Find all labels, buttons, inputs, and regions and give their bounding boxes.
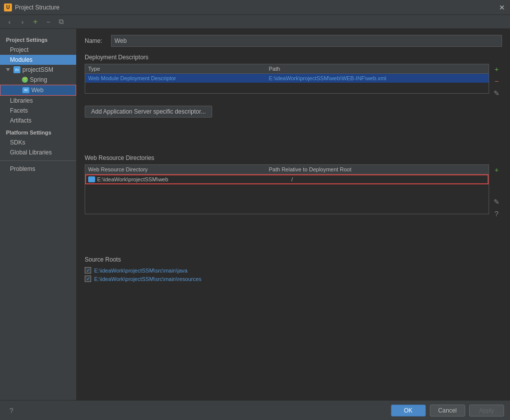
sidebar-item-modules[interactable]: Modules <box>0 55 76 65</box>
add-descriptor-btn[interactable]: + <box>491 64 502 75</box>
sidebar-item-problems[interactable]: Problems <box>0 164 76 174</box>
main-layout: Project Settings Project Modules m proje… <box>0 29 510 400</box>
platform-settings-label: Platform Settings <box>0 128 76 138</box>
ok-button[interactable]: OK <box>391 405 426 417</box>
name-input[interactable] <box>111 35 502 47</box>
dialog-buttons: OK Cancel Apply <box>391 405 504 417</box>
source-root-item-0: E:\ideaWork\projectSSM\src\main\java <box>85 266 502 275</box>
deployment-table-header: Type Path <box>85 64 489 74</box>
facets-label: Facets <box>10 107 28 114</box>
name-label: Name: <box>85 37 107 44</box>
module-icon: m <box>13 66 20 73</box>
add-button[interactable]: + <box>30 16 41 27</box>
global-libraries-label: Global Libraries <box>10 149 52 156</box>
path-relative-cell: / <box>291 176 486 182</box>
web-resource-actions: + ✎ ? <box>491 164 502 219</box>
add-web-resource-btn[interactable]: + <box>491 164 502 175</box>
web-dir-cell: E:\ideaWork\projectSSM\web <box>97 176 291 182</box>
deployment-descriptors-title: Deployment Descriptors <box>85 54 502 61</box>
back-button[interactable]: ‹ <box>4 16 15 27</box>
help-web-resource-btn[interactable]: ? <box>491 208 502 219</box>
sidebar-item-global-libraries[interactable]: Global Libraries <box>0 147 76 157</box>
cancel-button[interactable]: Cancel <box>430 405 465 417</box>
web-resource-directories-title: Web Resource Directories <box>85 154 502 161</box>
remove-button[interactable]: − <box>43 16 54 27</box>
apply-button[interactable]: Apply <box>469 405 504 417</box>
path-relative-header: Path Relative to Deployment Root <box>269 166 486 172</box>
web-dir-header: Web Resource Directory <box>88 166 269 172</box>
web-resource-section: Web Resource Directory Path Relative to … <box>85 164 502 219</box>
close-button[interactable]: ✕ <box>498 3 506 11</box>
sdks-label: SDKs <box>10 139 25 146</box>
app-icon: U <box>4 3 12 11</box>
window-controls: ✕ <box>498 3 506 11</box>
tree-child-web[interactable]: W Web <box>0 85 76 96</box>
sidebar-item-libraries[interactable]: Libraries <box>0 96 76 106</box>
project-label: Project <box>10 46 28 53</box>
source-root-checkbox-1[interactable] <box>85 276 91 282</box>
deployment-descriptors-section: Type Path Web Module Deployment Descript… <box>85 64 502 99</box>
title-bar-left: U Project Structure <box>4 3 59 11</box>
sidebar-item-facets[interactable]: Facets <box>0 106 76 116</box>
edit-descriptor-btn[interactable]: ✎ <box>491 88 502 99</box>
tree-root-label: projectSSM <box>22 66 53 73</box>
artifacts-label: Artifacts <box>10 117 31 124</box>
source-root-path-0: E:\ideaWork\projectSSM\src\main\java <box>94 268 187 274</box>
sidebar-item-sdks[interactable]: SDKs <box>0 138 76 147</box>
project-settings-label: Project Settings <box>0 35 76 45</box>
remove-descriptor-btn[interactable]: − <box>491 76 502 87</box>
deployment-table: Type Path Web Module Deployment Descript… <box>85 64 489 94</box>
path-header: Path <box>269 66 486 72</box>
window-title: Project Structure <box>15 4 59 11</box>
libraries-label: Libraries <box>10 97 33 104</box>
help-button[interactable]: ? <box>6 405 17 416</box>
resource-folder-icon <box>88 176 95 182</box>
forward-button[interactable]: › <box>17 16 28 27</box>
spring-icon: 🌱 <box>22 77 28 83</box>
add-app-server-descriptor-btn[interactable]: Add Application Server specific descript… <box>85 106 212 118</box>
sidebar-item-project[interactable]: Project <box>0 45 76 55</box>
sidebar: Project Settings Project Modules m proje… <box>0 29 77 400</box>
web-resource-table-header: Web Resource Directory Path Relative to … <box>85 165 489 174</box>
expand-icon <box>6 68 10 71</box>
web-icon: W <box>22 87 29 93</box>
tree-root-projectSSM[interactable]: m projectSSM <box>0 65 76 75</box>
sidebar-item-artifacts[interactable]: Artifacts <box>0 116 76 126</box>
bottom-bar: ? OK Cancel Apply <box>0 400 510 420</box>
title-bar: U Project Structure ✕ <box>0 0 510 15</box>
type-header: Type <box>88 66 269 72</box>
path-cell: E:\ideaWork\projectSSM\web\WEB-INF\web.x… <box>269 75 486 81</box>
tree-child-spring[interactable]: 🌱 Spring <box>0 75 76 85</box>
content-area: Name: Deployment Descriptors Type Path W… <box>77 29 510 400</box>
web-label: Web <box>31 87 43 94</box>
source-root-item-1: E:\ideaWork\projectSSM\src\main\resource… <box>85 275 502 283</box>
source-roots-title: Source Roots <box>85 256 502 263</box>
deployment-actions: + − ✎ <box>491 64 502 99</box>
nav-bar: ‹ › + − ⧉ <box>0 15 510 29</box>
type-cell: Web Module Deployment Descriptor <box>88 75 269 81</box>
web-resource-row[interactable]: E:\ideaWork\projectSSM\web / <box>85 174 489 184</box>
modules-label: Modules <box>10 56 32 63</box>
source-root-checkbox-0[interactable] <box>85 267 91 274</box>
name-row: Name: <box>85 35 502 47</box>
problems-label: Problems <box>10 165 35 172</box>
web-resource-table: Web Resource Directory Path Relative to … <box>85 164 489 214</box>
copy-button[interactable]: ⧉ <box>56 16 67 27</box>
edit-web-resource-btn[interactable]: ✎ <box>491 196 502 207</box>
source-root-path-1: E:\ideaWork\projectSSM\src\main\resource… <box>94 276 202 282</box>
spring-label: Spring <box>30 76 47 83</box>
table-row[interactable]: Web Module Deployment Descriptor E:\idea… <box>85 74 489 83</box>
